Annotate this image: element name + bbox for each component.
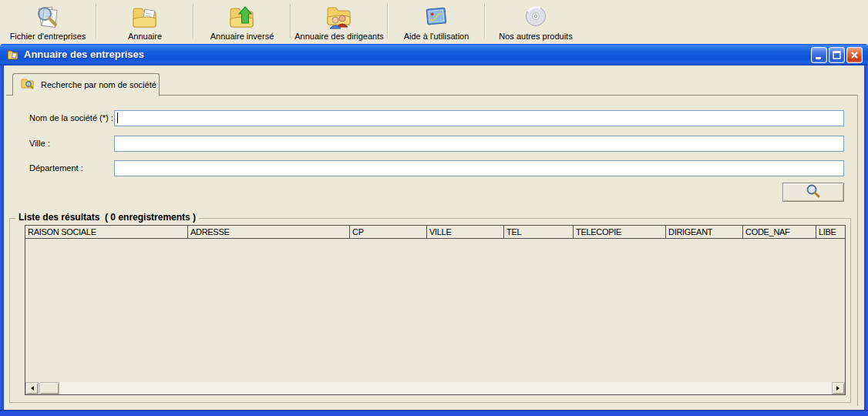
help-screen-icon [422, 2, 451, 32]
tab-panel-right-border [857, 95, 858, 406]
text-caret [117, 112, 118, 123]
ville-input[interactable] [114, 136, 844, 152]
field-label-ville: Ville : [29, 136, 50, 152]
column-header-code-naf[interactable]: CODE_NAF [743, 226, 816, 238]
scrollbar-right-arrow-icon[interactable] [832, 382, 845, 394]
main-toolbar: Fichier d'entreprises Annuaire [0, 0, 868, 44]
toolbar-button-autres-produits[interactable]: Nos autres produits [486, 0, 586, 44]
column-header-adresse[interactable]: ADRESSE [188, 226, 350, 238]
column-header-dirigeant[interactable]: DIRIGEANT [666, 226, 743, 238]
window-titlebar[interactable]: Annuaire des entreprises [0, 44, 868, 65]
tab-recherche-par-nom[interactable]: Recherche par nom de société [12, 73, 160, 96]
toolbar-button-label: Annuaire des dirigeants [294, 32, 384, 41]
toolbar-button-aide[interactable]: Aide à l'utilisation [389, 0, 484, 44]
results-table: RAISON SOCIALE ADRESSE CP VILLE TEL TELE… [25, 225, 846, 395]
window-controls [811, 47, 863, 63]
toolbar-button-label: Nos autres produits [499, 32, 572, 41]
column-header-telecopie[interactable]: TELECOPIE [574, 226, 666, 238]
folder-people-icon [325, 2, 354, 32]
column-header-raison-sociale[interactable]: RAISON SOCIALE [25, 226, 188, 238]
nom-societe-input[interactable] [114, 110, 844, 126]
tab-label: Recherche par nom de société [41, 80, 156, 89]
departement-input[interactable] [114, 160, 844, 176]
toolbar-button-annuaire-inverse[interactable]: Annuaire inversé [194, 0, 290, 44]
field-label-departement: Département : [29, 160, 83, 176]
search-button[interactable] [782, 183, 844, 202]
results-group-title: Liste des résultats ( 0 enregistrements … [15, 212, 199, 223]
window-title: Annuaire des entreprises [24, 44, 144, 65]
close-icon[interactable] [846, 47, 863, 63]
column-header-tel[interactable]: TEL [504, 226, 574, 238]
results-table-header: RAISON SOCIALE ADRESSE CP VILLE TEL TELE… [25, 226, 845, 239]
window-border-bottom [0, 410, 868, 416]
column-header-ville[interactable]: VILLE [427, 226, 504, 238]
column-header-cp[interactable]: CP [350, 226, 427, 238]
application-window: Fichier d'entreprises Annuaire [0, 0, 868, 416]
toolbar-button-label: Annuaire [128, 32, 162, 41]
window-border-right [864, 65, 868, 410]
field-label-nom-societe: Nom de la société (*) : [29, 110, 113, 126]
documents-search-icon [33, 2, 62, 32]
scrollbar-track[interactable] [59, 382, 832, 394]
column-header-libelle[interactable]: LIBE [816, 226, 845, 238]
minimize-icon[interactable] [811, 47, 827, 63]
horizontal-scrollbar[interactable] [25, 382, 845, 394]
folder-document-icon [130, 2, 160, 32]
scrollbar-thumb[interactable] [39, 382, 59, 394]
folder-arrow-up-icon [227, 2, 257, 32]
folder-search-icon [21, 77, 35, 92]
cd-disc-icon [521, 2, 550, 32]
window-icon [7, 49, 19, 64]
window-client-area: Recherche par nom de société Nom de la s… [4, 65, 864, 410]
toolbar-button-annuaire-dirigeants[interactable]: Annuaire des dirigeants [291, 0, 387, 44]
maximize-icon[interactable] [829, 47, 845, 63]
toolbar-button-label: Fichier d'entreprises [10, 32, 86, 41]
magnifier-icon [805, 183, 822, 202]
toolbar-button-label: Annuaire inversé [210, 32, 274, 41]
toolbar-button-annuaire[interactable]: Annuaire [97, 0, 193, 44]
toolbar-button-fichier-entreprises[interactable]: Fichier d'entreprises [0, 0, 96, 44]
toolbar-button-label: Aide à l'utilisation [404, 32, 469, 41]
results-table-body [25, 239, 845, 382]
scrollbar-left-arrow-icon[interactable] [25, 382, 39, 394]
